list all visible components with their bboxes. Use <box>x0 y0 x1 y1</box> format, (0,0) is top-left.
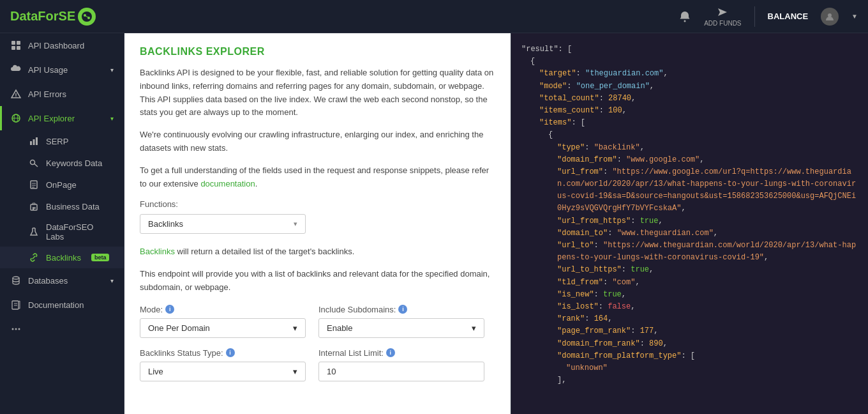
sidebar-label-keywords-data: Keywords Data <box>46 158 102 168</box>
svg-point-32 <box>15 328 17 330</box>
description-3: To get a full understanding of the field… <box>140 164 495 191</box>
endpoint-description: This endpoint will provide you with a li… <box>140 268 495 295</box>
svg-point-1 <box>84 14 86 17</box>
sidebar-item-backlinks[interactable]: Backlinks beta <box>0 247 124 268</box>
notifications-button[interactable] <box>678 10 691 23</box>
code-line-21: "domain_from_rank": 890, <box>521 338 858 350</box>
balance-area: BALANCE <box>768 12 809 21</box>
internal-list-limit-input[interactable] <box>318 362 484 381</box>
grid-icon <box>10 40 22 51</box>
balance-label: BALANCE <box>768 12 809 21</box>
databases-arrow: ▾ <box>110 277 114 284</box>
code-line-18: "is_lost": false, <box>521 301 858 313</box>
include-subdomains-dropdown-arrow: ▾ <box>472 323 476 333</box>
form-row-1: Mode: i One Per Domain ▾ Include Subdoma… <box>140 305 495 338</box>
sidebar-item-documentation[interactable]: Documentation <box>0 293 124 317</box>
svg-rect-8 <box>11 46 15 50</box>
internal-list-limit-info-icon[interactable]: i <box>386 348 395 357</box>
sidebar-item-databases[interactable]: Databases ▾ <box>0 268 124 293</box>
code-line-9: "type": "backlink", <box>521 142 858 154</box>
internal-list-limit-label: Internal List Limit: i <box>318 348 484 358</box>
functions-label: Functions: <box>140 199 495 209</box>
code-panel: "result": [ { "target": "theguardian.com… <box>511 33 868 414</box>
include-subdomains-label: Include Subdomains: i <box>318 305 484 314</box>
sidebar-item-keywords-data[interactable]: Keywords Data <box>0 152 124 174</box>
mode-info-icon[interactable]: i <box>165 305 174 314</box>
code-line-14: "url_to": "https://www.theguardian.com/w… <box>521 240 858 264</box>
backlinks-status-info-icon[interactable]: i <box>226 348 235 357</box>
warning-icon <box>10 88 22 100</box>
code-line-3: "target": "theguardian.com", <box>521 68 858 80</box>
backlinks-status-field-group: Backlinks Status Type: i Live ▾ <box>140 348 306 381</box>
mode-dropdown-arrow: ▾ <box>293 323 297 333</box>
code-line-11: "url_from": "https://www.google.com/url?… <box>521 166 858 215</box>
sidebar-item-business-data[interactable]: Business Data <box>0 195 124 217</box>
mode-dropdown[interactable]: One Per Domain ▾ <box>140 318 306 338</box>
add-funds-button[interactable]: ADD FUNDS <box>704 6 741 27</box>
logo-text: DataForSE <box>10 9 75 24</box>
sidebar-item-api-explorer[interactable]: API Explorer ▾ <box>0 106 124 130</box>
svg-rect-6 <box>11 41 15 45</box>
api-explorer-arrow: ▾ <box>110 115 114 122</box>
sidebar-label-api-usage: API Usage <box>28 65 68 75</box>
main-layout: API Dashboard API Usage ▾ API Errors <box>0 33 868 414</box>
header-divider <box>754 6 755 27</box>
backlinks-description: Backlinks will return a detailed list of… <box>140 245 495 259</box>
code-line-13: "domain_to": "www.theguardian.com", <box>521 227 858 240</box>
svg-point-11 <box>15 96 16 96</box>
bar-icon <box>28 135 40 147</box>
sidebar-item-api-dashboard[interactable]: API Dashboard <box>0 33 124 57</box>
backlinks-status-dropdown[interactable]: Live ▾ <box>140 362 306 381</box>
logo-dark: DataFor <box>10 9 59 23</box>
code-line-1: "result": [ <box>521 43 858 56</box>
svg-rect-7 <box>17 41 20 45</box>
sidebar-label-api-explorer: API Explorer <box>28 114 75 123</box>
sidebar-item-serp[interactable]: SERP <box>0 130 124 152</box>
sidebar-item-api-errors[interactable]: API Errors <box>0 82 124 106</box>
user-avatar[interactable] <box>821 8 839 26</box>
user-dropdown-arrow[interactable]: ▼ <box>851 13 858 20</box>
backlinks-link-post: will return a detailed list of the targe… <box>175 247 354 256</box>
sidebar-label-dataforseo-labs: DataForSEO Labs <box>46 222 114 241</box>
cloud-icon <box>10 64 22 75</box>
link-icon <box>28 252 40 263</box>
sidebar-label-api-errors: API Errors <box>28 89 66 99</box>
code-line-7: "items": [ <box>521 117 858 129</box>
code-line-16: "tld_from": "com", <box>521 277 858 289</box>
svg-rect-25 <box>33 207 34 210</box>
backlinks-status-dropdown-arrow: ▾ <box>293 367 297 376</box>
mode-value: One Per Domain <box>148 323 210 333</box>
book-icon <box>10 299 22 310</box>
code-line-2: { <box>521 56 858 68</box>
code-line-17: "is_new": true, <box>521 289 858 301</box>
sidebar-item-dataforseo-labs[interactable]: DataForSEO Labs <box>0 217 124 247</box>
functions-dropdown[interactable]: Backlinks ▾ <box>140 214 306 234</box>
include-subdomains-dropdown[interactable]: Enable ▾ <box>318 318 484 338</box>
code-line-4: "mode": "one_per_domain", <box>521 80 858 93</box>
backlinks-status-value: Live <box>148 367 163 376</box>
code-line-5: "total_count": 28740, <box>521 93 858 105</box>
sidebar-label-documentation: Documentation <box>28 300 84 310</box>
svg-rect-16 <box>33 139 35 145</box>
svg-rect-9 <box>17 46 20 50</box>
include-subdomains-info-icon[interactable]: i <box>398 305 407 314</box>
header-actions: ADD FUNDS BALANCE ▼ <box>678 6 858 27</box>
sidebar-item-onpage[interactable]: OnPage <box>0 174 124 195</box>
description-2: We're continuously evolving our crawling… <box>140 128 495 155</box>
doc-icon <box>28 179 40 190</box>
sidebar-item-extra[interactable] <box>0 317 124 341</box>
svg-point-4 <box>684 20 686 22</box>
code-line-6: "items_count": 100, <box>521 105 858 117</box>
globe-icon <box>10 112 22 124</box>
backlinks-link[interactable]: Backlinks <box>140 247 175 256</box>
backlinks-status-label: Backlinks Status Type: i <box>140 348 306 358</box>
sidebar-label-backlinks: Backlinks <box>46 253 81 263</box>
code-line-12: "url_from_https": true, <box>521 215 858 227</box>
svg-point-33 <box>19 328 20 330</box>
page-title: BACKLINKS EXPLORER <box>140 46 495 57</box>
logo-icon <box>78 8 96 26</box>
svg-rect-15 <box>30 141 32 145</box>
code-line-8: { <box>521 129 858 141</box>
documentation-link[interactable]: documentation <box>200 179 255 188</box>
sidebar-item-api-usage[interactable]: API Usage ▾ <box>0 57 124 82</box>
